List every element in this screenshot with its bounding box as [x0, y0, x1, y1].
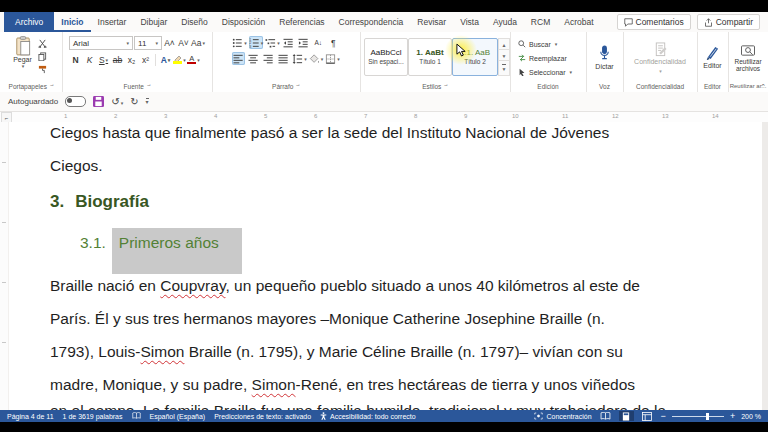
text-predictions-indicator[interactable]: Predicciones de texto: activado	[214, 413, 311, 420]
show-marks-button[interactable]: ¶	[327, 36, 340, 49]
bullets-button[interactable]: ▾	[232, 36, 247, 49]
dictate-button[interactable]: Dictar	[586, 32, 623, 80]
italic-button[interactable]: K	[83, 53, 96, 66]
clipboard-dialog-launcher[interactable]: ⌐	[50, 83, 54, 89]
read-mode-button[interactable]	[598, 411, 613, 421]
text-effects-button[interactable]: A▾	[159, 53, 172, 66]
zoom-out-button[interactable]: −	[661, 411, 666, 421]
line-spacing-button[interactable]: ▾	[292, 52, 307, 65]
numbering-button[interactable]: 123▾	[249, 36, 264, 49]
zoom-in-button[interactable]: +	[730, 411, 735, 421]
multilevel-list-button[interactable]: ▾	[265, 36, 280, 49]
replace-button[interactable]: Reemplazar	[518, 52, 572, 64]
undo-button[interactable]: ↺▾	[111, 96, 123, 107]
tab-inicio[interactable]: Inicio	[54, 12, 90, 32]
subscript-button[interactable]: x₂	[125, 53, 138, 66]
word-count[interactable]: 1 de 3619 palabras	[63, 413, 123, 420]
tab-vista[interactable]: Vista	[453, 12, 486, 32]
tab-rcm[interactable]: RCM	[524, 12, 557, 32]
style-card-titulo1[interactable]: 1. AaBt Título 1	[408, 38, 452, 76]
chevron-down-icon: ▾	[168, 57, 171, 63]
share-button[interactable]: Compartir	[697, 14, 760, 30]
shading-button[interactable]: ▾	[309, 52, 324, 65]
accessibility-indicator[interactable]: Accesibilidad: todo correcto	[320, 412, 416, 420]
decrease-indent-button[interactable]	[282, 36, 295, 49]
copy-button[interactable]	[36, 51, 49, 61]
reuse-files-button[interactable]: Reutilizararchivos	[728, 32, 768, 80]
format-painter-button[interactable]	[36, 64, 49, 74]
save-button[interactable]	[93, 96, 104, 107]
tab-acrobat[interactable]: Acrobat	[557, 12, 600, 32]
font-name-combo[interactable]: Arial▾	[69, 36, 133, 50]
font-size-combo[interactable]: 11▾	[134, 36, 162, 50]
select-button[interactable]: Seleccionar▾	[518, 66, 572, 78]
sort-button[interactable]: A↓	[312, 36, 325, 49]
collapse-ribbon-button[interactable]: ⌃	[760, 83, 766, 91]
bold-button[interactable]: N	[69, 53, 82, 66]
tab-disposicion[interactable]: Disposición	[215, 12, 272, 32]
tab-correspondencia[interactable]: Correspondencia	[332, 12, 411, 32]
borders-button[interactable]: ▾	[325, 52, 340, 65]
font-size-value: 11	[138, 39, 146, 48]
styles-gallery-more-button[interactable]: ▼	[498, 60, 510, 76]
underline-button[interactable]: S▾	[97, 53, 110, 66]
group-voice: Dictar Voz	[586, 32, 624, 92]
zoom-slider-thumb[interactable]	[706, 413, 709, 420]
font-dialog-launcher[interactable]: ⌐	[147, 83, 151, 89]
select-cursor-icon	[518, 68, 526, 76]
document-page[interactable]: Ciegos hasta que finalmente pasó a ser l…	[0, 122, 768, 410]
change-case-button[interactable]: Aa▾	[191, 37, 205, 50]
focus-mode-button[interactable]: Concentración	[534, 412, 591, 420]
comments-button[interactable]: Comentarios	[617, 14, 691, 30]
style-card-no-spacing[interactable]: AaBbCcl Sin espaci...	[364, 38, 408, 76]
zoom-level[interactable]: 200 %	[741, 413, 761, 420]
increase-indent-button[interactable]	[297, 36, 310, 49]
font-color-button[interactable]: A▾	[187, 53, 200, 66]
misspelled-word: Simon	[252, 376, 296, 393]
paste-button[interactable]: Pegar ▾	[13, 36, 32, 69]
style-name: Título 1	[419, 58, 441, 65]
sensitivity-button[interactable]: Confidencialidad ▾	[623, 32, 697, 80]
styles-dialog-launcher[interactable]: ⌐	[444, 83, 448, 89]
style-sample: 1. AaBt	[416, 49, 443, 57]
body-line: Ciegos hasta que finalmente pasó a ser l…	[50, 124, 609, 142]
group-label-editor: Editor	[704, 83, 721, 90]
tab-label: Disposición	[222, 17, 265, 27]
print-layout-button[interactable]	[619, 411, 634, 421]
highlight-button[interactable]: ▾	[173, 53, 186, 66]
autosave-toggle[interactable]	[65, 96, 86, 107]
tab-referencias[interactable]: Referencias	[272, 12, 331, 32]
redo-button[interactable]: ↻	[130, 96, 138, 107]
tab-revisar[interactable]: Revisar	[410, 12, 453, 32]
customize-qat-button[interactable]: ▾	[146, 98, 149, 105]
chevron-down-icon: ▾	[277, 40, 280, 46]
strikethrough-button[interactable]: ab	[111, 53, 124, 66]
sort-az-icon: A↓	[314, 39, 322, 46]
zoom-slider[interactable]	[672, 416, 724, 417]
style-card-titulo2[interactable]: 1.1. AaB Título 2	[452, 38, 498, 76]
tab-diseno[interactable]: Diseño	[174, 12, 214, 32]
page-indicator[interactable]: Página 4 de 11	[7, 413, 54, 420]
spellcheck-book-icon[interactable]	[132, 412, 141, 420]
ruler-number: 9	[464, 113, 467, 119]
superscript-button[interactable]: x²	[139, 53, 152, 66]
align-center-button[interactable]	[247, 52, 260, 65]
tab-dibujar[interactable]: Dibujar	[133, 12, 174, 32]
find-button[interactable]: Buscar▾	[518, 38, 572, 50]
replace-icon	[518, 54, 526, 62]
grow-font-button[interactable]: A˄	[163, 37, 176, 50]
paragraph-dialog-launcher[interactable]: ⌐	[296, 83, 300, 89]
web-layout-button[interactable]	[640, 411, 655, 421]
align-left-button[interactable]	[232, 52, 245, 65]
chevron-down-icon: ▾	[183, 57, 186, 63]
language-indicator[interactable]: Español (España)	[150, 413, 206, 420]
align-right-button[interactable]	[262, 52, 275, 65]
tab-ayuda[interactable]: Ayuda	[486, 12, 524, 32]
tab-insertar[interactable]: Insertar	[91, 12, 134, 32]
tab-archivo[interactable]: Archivo	[4, 12, 54, 32]
chevron-down-icon: ▾	[121, 100, 124, 106]
editor-button[interactable]: Editor	[697, 32, 728, 80]
justify-button[interactable]	[277, 52, 290, 65]
shrink-font-button[interactable]: A˅	[177, 37, 190, 50]
cut-button[interactable]	[36, 38, 49, 48]
